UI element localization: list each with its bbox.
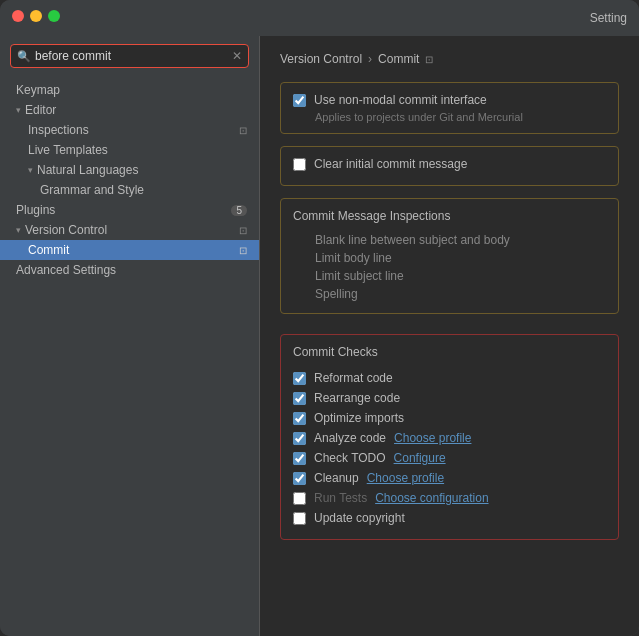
commit-message-inspections-section: Commit Message Inspections Blank line be…	[280, 198, 619, 314]
breadcrumb-separator: ›	[368, 52, 372, 66]
run-tests-label: Run Tests	[314, 491, 367, 505]
sidebar-item-plugins[interactable]: Plugins 5	[0, 200, 259, 220]
advanced-settings-label: Advanced Settings	[16, 263, 116, 277]
optimize-imports-label: Optimize imports	[314, 411, 404, 425]
title-bar: Setting	[0, 0, 639, 36]
reformat-code-checkbox[interactable]	[293, 372, 306, 385]
live-templates-label: Live Templates	[28, 143, 108, 157]
nonmodal-row: Use non-modal commit interface	[293, 93, 606, 107]
reformat-code-label: Reformat code	[314, 371, 393, 385]
sidebar-item-version-control[interactable]: ▾ Version Control ⊡	[0, 220, 259, 240]
inspections-label: Inspections	[28, 123, 89, 137]
natural-languages-arrow: ▾	[28, 165, 33, 175]
sidebar-item-commit[interactable]: Commit ⊡	[0, 240, 259, 260]
content-area: Version Control › Commit ⊡ Use non-modal…	[260, 36, 639, 636]
analyze-code-checkbox[interactable]	[293, 432, 306, 445]
search-input[interactable]	[10, 44, 249, 68]
inspections-icon: ⊡	[239, 125, 247, 136]
nonmodal-section: Use non-modal commit interface Applies t…	[280, 82, 619, 134]
sidebar-item-grammar-style[interactable]: Grammar and Style	[0, 180, 259, 200]
cleanup-label: Cleanup	[314, 471, 359, 485]
update-copyright-checkbox[interactable]	[293, 512, 306, 525]
nonmodal-checkbox[interactable]	[293, 94, 306, 107]
rearrange-code-label: Rearrange code	[314, 391, 400, 405]
natural-languages-label: Natural Languages	[37, 163, 138, 177]
sidebar-list: Keymap ▾ Editor Inspections ⊡ Live Templ…	[0, 76, 259, 636]
check-analyze-code: Analyze code Choose profile	[293, 429, 606, 447]
version-control-arrow: ▾	[16, 225, 21, 235]
breadcrumb-part2: Commit	[378, 52, 419, 66]
plugins-label: Plugins	[16, 203, 55, 217]
check-todo-link[interactable]: Configure	[394, 451, 446, 465]
check-rearrange-code: Rearrange code	[293, 389, 606, 407]
version-control-icon: ⊡	[239, 225, 247, 236]
clear-initial-label[interactable]: Clear initial commit message	[314, 157, 467, 171]
sidebar-item-editor[interactable]: ▾ Editor	[0, 100, 259, 120]
sidebar-item-natural-languages[interactable]: ▾ Natural Languages	[0, 160, 259, 180]
analyze-code-link[interactable]: Choose profile	[394, 431, 471, 445]
breadcrumb-part1: Version Control	[280, 52, 362, 66]
commit-label: Commit	[28, 243, 69, 257]
search-icon: 🔍	[17, 50, 31, 63]
breadcrumb: Version Control › Commit ⊡	[280, 52, 619, 66]
sidebar-item-inspections[interactable]: Inspections ⊡	[0, 120, 259, 140]
check-update-copyright: Update copyright	[293, 509, 606, 527]
breadcrumb-window-icon: ⊡	[425, 54, 433, 65]
keymap-label: Keymap	[16, 83, 60, 97]
grammar-style-label: Grammar and Style	[40, 183, 144, 197]
check-todo-checkbox[interactable]	[293, 452, 306, 465]
run-tests-link[interactable]: Choose configuration	[375, 491, 488, 505]
check-check-todo: Check TODO Configure	[293, 449, 606, 467]
commit-message-inspections-label: Commit Message Inspections	[293, 209, 606, 223]
editor-label: Editor	[25, 103, 56, 117]
check-cleanup: Cleanup Choose profile	[293, 469, 606, 487]
sidebar-item-advanced-settings[interactable]: Advanced Settings	[0, 260, 259, 280]
main-layout: 🔍 ✕ Keymap ▾ Editor Inspections ⊡	[0, 36, 639, 636]
search-box: 🔍 ✕	[10, 44, 249, 68]
analyze-code-label: Analyze code	[314, 431, 386, 445]
inspection-item-3: Spelling	[293, 285, 606, 303]
update-copyright-label: Update copyright	[314, 511, 405, 525]
clear-initial-row: Clear initial commit message	[293, 157, 606, 171]
optimize-imports-checkbox[interactable]	[293, 412, 306, 425]
version-control-group: ▾ Version Control	[16, 223, 107, 237]
commit-checks-section: Commit Checks Reformat code Rearrange co…	[280, 334, 619, 540]
maximize-button[interactable]	[48, 10, 60, 22]
run-tests-checkbox[interactable]	[293, 492, 306, 505]
editor-arrow: ▾	[16, 105, 21, 115]
clear-search-button[interactable]: ✕	[232, 49, 242, 63]
sidebar-item-keymap[interactable]: Keymap	[0, 80, 259, 100]
version-control-label: Version Control	[25, 223, 107, 237]
nonmodal-label[interactable]: Use non-modal commit interface	[314, 93, 487, 107]
commit-icon: ⊡	[239, 245, 247, 256]
close-button[interactable]	[12, 10, 24, 22]
natural-languages-group: ▾ Natural Languages	[28, 163, 138, 177]
inspection-item-0: Blank line between subject and body	[293, 231, 606, 249]
check-reformat-code: Reformat code	[293, 369, 606, 387]
rearrange-code-checkbox[interactable]	[293, 392, 306, 405]
check-todo-label: Check TODO	[314, 451, 386, 465]
inspection-item-2: Limit subject line	[293, 267, 606, 285]
sidebar: 🔍 ✕ Keymap ▾ Editor Inspections ⊡	[0, 36, 260, 636]
commit-checks-label: Commit Checks	[293, 345, 606, 359]
check-optimize-imports: Optimize imports	[293, 409, 606, 427]
clear-initial-section: Clear initial commit message	[280, 146, 619, 186]
minimize-button[interactable]	[30, 10, 42, 22]
cleanup-checkbox[interactable]	[293, 472, 306, 485]
inspection-item-1: Limit body line	[293, 249, 606, 267]
window-title: Setting	[590, 11, 627, 25]
sidebar-item-live-templates[interactable]: Live Templates	[0, 140, 259, 160]
cleanup-link[interactable]: Choose profile	[367, 471, 444, 485]
nonmodal-hint: Applies to projects under Git and Mercur…	[293, 111, 606, 123]
editor-group: ▾ Editor	[16, 103, 56, 117]
settings-window: Setting 🔍 ✕ Keymap ▾ Editor	[0, 0, 639, 636]
clear-initial-checkbox[interactable]	[293, 158, 306, 171]
traffic-lights	[12, 10, 60, 22]
plugins-badge: 5	[231, 205, 247, 216]
check-run-tests: Run Tests Choose configuration	[293, 489, 606, 507]
